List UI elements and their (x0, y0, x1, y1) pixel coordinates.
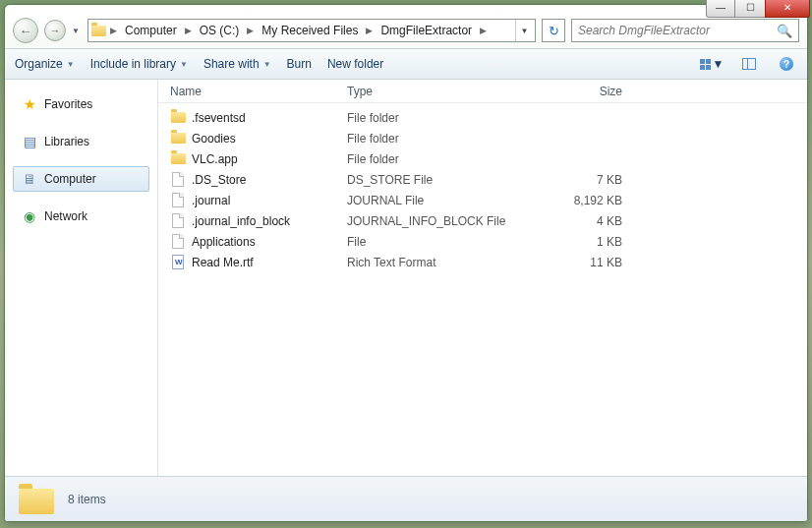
file-row[interactable]: .DS_StoreDS_STORE File7 KB (158, 169, 807, 190)
back-button[interactable]: ← (13, 18, 38, 43)
file-name: Applications (192, 235, 256, 249)
file-type: File folder (347, 132, 553, 146)
file-type: JOURNAL_INFO_BLOCK File (347, 214, 553, 228)
file-row[interactable]: .journal_info_blockJOURNAL_INFO_BLOCK Fi… (158, 210, 807, 231)
file-name: .journal (192, 194, 230, 207)
file-list-area: Name Type Size .fseventsdFile folderGood… (158, 80, 807, 476)
file-row[interactable]: Read Me.rtfRich Text Format11 KB (158, 252, 807, 272)
file-name: .fseventsd (192, 111, 246, 125)
file-row[interactable]: .fseventsdFile folder (158, 107, 807, 128)
preview-pane-button[interactable] (738, 53, 760, 75)
details-pane: 8 items (5, 476, 807, 521)
minimize-button[interactable]: — (706, 0, 735, 18)
file-icon (170, 172, 186, 188)
file-row[interactable]: GoodiesFile folder (158, 128, 807, 148)
refresh-button[interactable]: ↻ (542, 19, 565, 42)
breadcrumb-sep[interactable]: ▶ (185, 26, 192, 35)
help-icon: ? (780, 57, 793, 71)
folder-icon (170, 131, 186, 147)
nav-history-dropdown[interactable]: ▼ (72, 27, 82, 35)
sidebar-item-favorites[interactable]: ★ Favorites (13, 91, 149, 117)
address-dropdown[interactable]: ▼ (515, 20, 533, 41)
file-name: Goodies (192, 132, 236, 146)
breadcrumb-sep: ▶ (110, 26, 117, 35)
file-icon (170, 234, 186, 250)
breadcrumb-received[interactable]: My Received Files (258, 24, 362, 37)
file-type: DS_STORE File (347, 173, 553, 187)
file-size: 4 KB (553, 214, 632, 228)
view-icon (700, 59, 711, 70)
command-bar: Organize▼ Include in library▼ Share with… (5, 48, 807, 80)
breadcrumb-sep[interactable]: ▶ (480, 26, 487, 35)
organize-menu[interactable]: Organize▼ (15, 57, 75, 71)
sidebar-item-label: Computer (44, 172, 96, 186)
sidebar-item-libraries[interactable]: ▤ Libraries (13, 129, 149, 154)
star-icon: ★ (22, 96, 37, 112)
forward-button[interactable]: → (44, 20, 66, 41)
file-type: File (347, 235, 553, 249)
folder-icon (19, 485, 54, 514)
network-icon: ◉ (22, 208, 37, 224)
column-header-size[interactable]: Size (553, 85, 632, 98)
file-list: .fseventsdFile folderGoodiesFile folderV… (158, 103, 807, 476)
navigation-bar: ← → ▼ ▶ Computer ▶ OS (C:) ▶ My Received… (5, 11, 807, 48)
file-size: 7 KB (553, 173, 632, 187)
libraries-icon: ▤ (22, 134, 37, 149)
breadcrumb-os[interactable]: OS (C:) (196, 24, 244, 37)
file-name: .journal_info_block (192, 214, 290, 228)
file-size: 11 KB (553, 256, 632, 269)
file-name: Read Me.rtf (192, 256, 254, 269)
rtf-file-icon (170, 255, 186, 270)
pane-icon (742, 58, 756, 70)
file-name: VLC.app (192, 152, 238, 166)
column-headers: Name Type Size (158, 80, 807, 103)
breadcrumb-sep[interactable]: ▶ (366, 26, 373, 35)
file-icon (170, 193, 186, 208)
sidebar-item-label: Favorites (44, 97, 92, 111)
share-with-menu[interactable]: Share with▼ (203, 57, 271, 71)
file-type: File folder (347, 111, 553, 125)
titlebar: — ☐ ✕ (706, 0, 812, 24)
computer-icon: 🖥 (22, 171, 37, 187)
column-header-name[interactable]: Name (170, 85, 347, 98)
breadcrumb-computer[interactable]: Computer (121, 24, 181, 37)
folder-icon (90, 23, 106, 38)
file-name: .DS_Store (192, 173, 246, 187)
search-input[interactable] (578, 24, 777, 37)
breadcrumb-current[interactable]: DmgFileExtractor (377, 24, 476, 37)
file-type: File folder (347, 152, 553, 166)
explorer-body: ★ Favorites ▤ Libraries 🖥 Computer ◉ Net… (5, 80, 807, 476)
view-options-button[interactable]: ▼ (701, 53, 723, 75)
file-icon (170, 213, 186, 229)
search-icon[interactable]: 🔍 (777, 24, 792, 38)
file-size: 8,192 KB (553, 194, 632, 207)
navigation-pane: ★ Favorites ▤ Libraries 🖥 Computer ◉ Net… (5, 80, 158, 476)
burn-button[interactable]: Burn (287, 57, 312, 71)
close-button[interactable]: ✕ (765, 0, 810, 18)
file-row[interactable]: VLC.appFile folder (158, 148, 807, 169)
file-size: 1 KB (553, 235, 632, 249)
sidebar-item-label: Libraries (44, 135, 89, 148)
file-row[interactable]: ApplicationsFile1 KB (158, 231, 807, 252)
sidebar-item-label: Network (44, 209, 87, 223)
new-folder-button[interactable]: New folder (327, 57, 383, 71)
item-count-label: 8 items (68, 493, 106, 506)
help-button[interactable]: ? (776, 53, 797, 75)
folder-icon (170, 151, 186, 167)
column-header-type[interactable]: Type (347, 85, 553, 98)
sidebar-item-network[interactable]: ◉ Network (13, 204, 149, 229)
file-type: Rich Text Format (347, 256, 553, 269)
breadcrumb-sep[interactable]: ▶ (247, 26, 254, 35)
address-bar[interactable]: ▶ Computer ▶ OS (C:) ▶ My Received Files… (87, 19, 536, 42)
file-row[interactable]: .journalJOURNAL File8,192 KB (158, 190, 807, 210)
sidebar-item-computer[interactable]: 🖥 Computer (13, 166, 149, 192)
file-type: JOURNAL File (347, 194, 553, 207)
explorer-window: ← → ▼ ▶ Computer ▶ OS (C:) ▶ My Received… (4, 4, 808, 522)
include-library-menu[interactable]: Include in library▼ (90, 57, 188, 71)
folder-icon (170, 110, 186, 126)
maximize-button[interactable]: ☐ (735, 0, 765, 18)
